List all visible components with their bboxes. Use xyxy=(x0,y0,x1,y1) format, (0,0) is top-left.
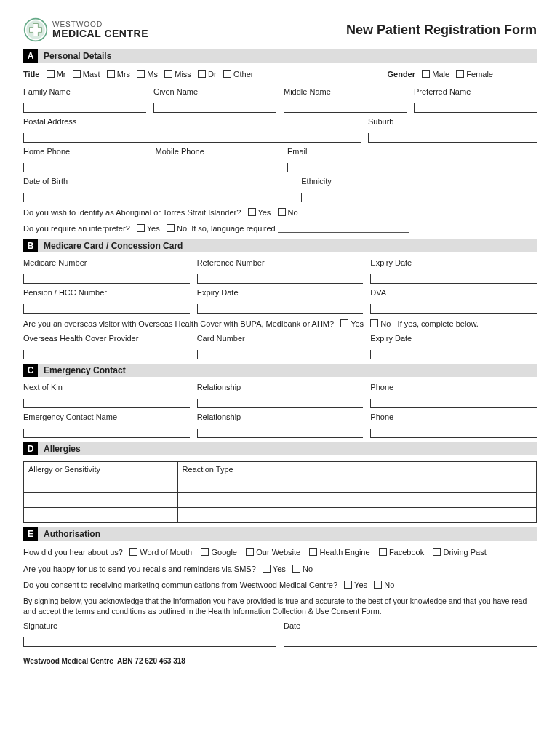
checkbox-driving[interactable] xyxy=(433,548,441,556)
table-row xyxy=(24,477,537,493)
checkbox-marketing-yes[interactable] xyxy=(344,581,352,589)
ohc-expiry-input[interactable] xyxy=(370,350,537,359)
section-b-header: B Medicare Card / Concession Card xyxy=(23,239,537,252)
checkbox-atsi-yes[interactable] xyxy=(248,208,256,216)
allergy-cell[interactable] xyxy=(24,493,178,508)
hear-about-us: How did you hear about us? Word of Mouth… xyxy=(23,546,537,559)
pension-expiry-input[interactable] xyxy=(197,304,364,314)
table-row xyxy=(24,508,537,523)
checkbox-mr[interactable] xyxy=(47,70,55,78)
suburb-label: Suburb xyxy=(368,117,537,126)
next-of-kin-label: Next of Kin xyxy=(23,383,190,391)
mobile-phone-label: Mobile Phone xyxy=(156,147,281,156)
card-number-input[interactable] xyxy=(197,350,364,359)
checkbox-sms-yes[interactable] xyxy=(263,565,271,573)
checkbox-healthengine[interactable] xyxy=(309,548,317,556)
allergy-cell[interactable] xyxy=(24,477,178,493)
given-name-label: Given Name xyxy=(153,87,276,96)
section-e-title: Authorisation xyxy=(38,527,537,541)
reaction-cell[interactable] xyxy=(177,493,537,508)
checkbox-interpreter-yes[interactable] xyxy=(137,224,145,232)
section-e-letter: E xyxy=(23,527,38,541)
medicare-number-input[interactable] xyxy=(23,274,190,284)
dva-input[interactable] xyxy=(370,304,537,314)
atsi-question: Do you wish to identify as Aboriginal or… xyxy=(23,207,537,219)
postal-address-input[interactable] xyxy=(23,133,361,143)
logo: WESTWOOD MEDICAL CENTRE xyxy=(23,17,148,42)
section-c-header: C Emergency Contact xyxy=(23,364,537,377)
checkbox-facebook[interactable] xyxy=(379,548,387,556)
date-input[interactable] xyxy=(284,637,537,647)
medical-cross-icon xyxy=(23,17,48,42)
ec-phone-input[interactable] xyxy=(370,429,537,438)
family-name-label: Family Name xyxy=(23,87,146,96)
ethnicity-label: Ethnicity xyxy=(301,177,537,186)
checkbox-miss[interactable] xyxy=(164,70,172,78)
checkbox-dr[interactable] xyxy=(198,70,206,78)
ohc-provider-label: Overseas Health Cover Provider xyxy=(23,334,190,343)
allergy-cell[interactable] xyxy=(24,508,178,523)
medicare-expiry-input[interactable] xyxy=(370,274,537,284)
preferred-name-input[interactable] xyxy=(414,103,537,113)
checkbox-website[interactable] xyxy=(246,548,254,556)
nok-relationship-input[interactable] xyxy=(197,399,364,408)
reference-number-label: Reference Number xyxy=(197,258,364,267)
dva-label: DVA xyxy=(370,288,537,297)
emergency-name-label: Emergency Contact Name xyxy=(23,413,190,421)
reaction-cell[interactable] xyxy=(177,477,537,493)
ec-phone-label: Phone xyxy=(370,413,537,421)
middle-name-input[interactable] xyxy=(284,103,407,113)
section-a-header: A Personal Details xyxy=(23,49,537,63)
section-b-letter: B xyxy=(23,239,38,252)
home-phone-input[interactable] xyxy=(23,163,148,172)
nok-phone-input[interactable] xyxy=(370,399,537,408)
ohc-provider-input[interactable] xyxy=(23,350,190,359)
section-e-header: E Authorisation xyxy=(23,527,537,541)
dob-input[interactable] xyxy=(23,193,294,202)
pension-expiry-label: Expiry Date xyxy=(197,288,364,297)
consent-text: By signing below, you acknowledge that t… xyxy=(23,596,537,617)
checkbox-mrs[interactable] xyxy=(107,70,115,78)
family-name-input[interactable] xyxy=(23,103,146,113)
checkbox-mast[interactable] xyxy=(73,70,81,78)
next-of-kin-input[interactable] xyxy=(23,399,190,408)
emergency-name-input[interactable] xyxy=(23,429,190,438)
ethnicity-input[interactable] xyxy=(301,193,537,202)
section-b-title: Medicare Card / Concession Card xyxy=(38,239,537,252)
language-input[interactable] xyxy=(278,232,409,233)
suburb-input[interactable] xyxy=(368,133,537,143)
checkbox-overseas-no[interactable] xyxy=(370,319,378,327)
checkbox-other[interactable] xyxy=(223,70,231,78)
checkbox-interpreter-no[interactable] xyxy=(167,224,175,232)
reference-number-input[interactable] xyxy=(197,274,364,284)
section-d-title: Allergies xyxy=(38,442,537,455)
given-name-input[interactable] xyxy=(153,103,276,113)
ec-relationship-input[interactable] xyxy=(197,429,364,438)
checkbox-atsi-no[interactable] xyxy=(278,208,286,216)
checkbox-google[interactable] xyxy=(201,548,209,556)
mobile-phone-input[interactable] xyxy=(156,163,281,172)
logo-line2: MEDICAL CENTRE xyxy=(52,28,148,39)
signature-input[interactable] xyxy=(23,637,276,647)
reaction-cell[interactable] xyxy=(177,508,537,523)
checkbox-marketing-no[interactable] xyxy=(374,581,382,589)
expiry-date-label: Expiry Date xyxy=(370,258,537,267)
email-input[interactable] xyxy=(287,163,537,172)
allergy-table: Allergy or Sensitivity Reaction Type xyxy=(23,461,537,523)
card-number-label: Card Number xyxy=(197,334,364,343)
footer: Westwood Medical Centre ABN 72 620 463 3… xyxy=(23,657,537,665)
checkbox-ms[interactable] xyxy=(137,70,145,78)
checkbox-wom[interactable] xyxy=(129,548,137,556)
gender-options: Gender Male Female xyxy=(387,68,537,81)
checkbox-female[interactable] xyxy=(456,70,464,78)
checkbox-male[interactable] xyxy=(422,70,430,78)
middle-name-label: Middle Name xyxy=(284,87,407,96)
pension-input[interactable] xyxy=(23,304,190,314)
postal-address-label: Postal Address xyxy=(23,117,361,126)
section-d-letter: D xyxy=(23,442,38,455)
checkbox-overseas-yes[interactable] xyxy=(340,319,348,327)
pension-label: Pension / HCC Number xyxy=(23,288,190,297)
dob-label: Date of Birth xyxy=(23,177,294,186)
checkbox-sms-no[interactable] xyxy=(292,565,300,573)
interpreter-question: Do you require an interpreter? Yes No If… xyxy=(23,223,537,235)
